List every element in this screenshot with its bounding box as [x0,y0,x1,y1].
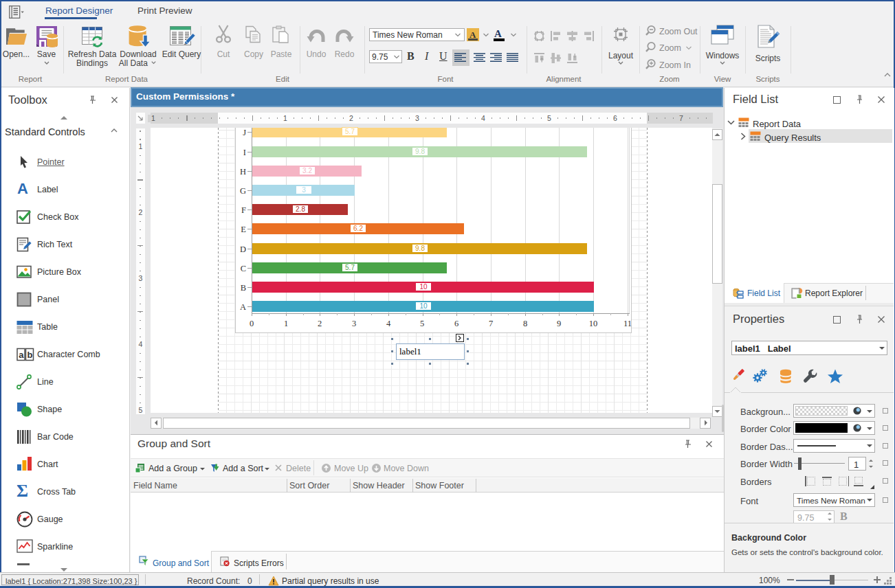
svg-text:a: a [19,350,24,360]
svg-text:b: b [27,350,33,360]
